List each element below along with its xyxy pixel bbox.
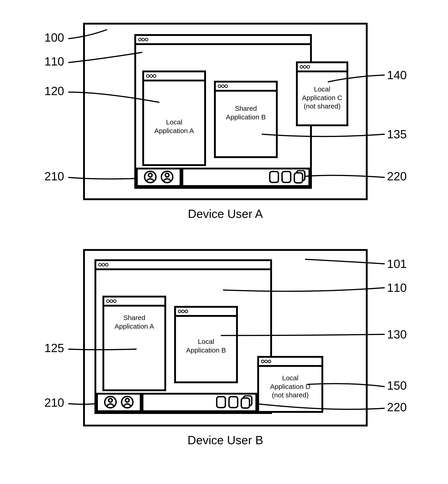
diagram-stage: Local Application A Shared Application B…	[0, 0, 448, 484]
leader-line	[0, 0, 448, 484]
